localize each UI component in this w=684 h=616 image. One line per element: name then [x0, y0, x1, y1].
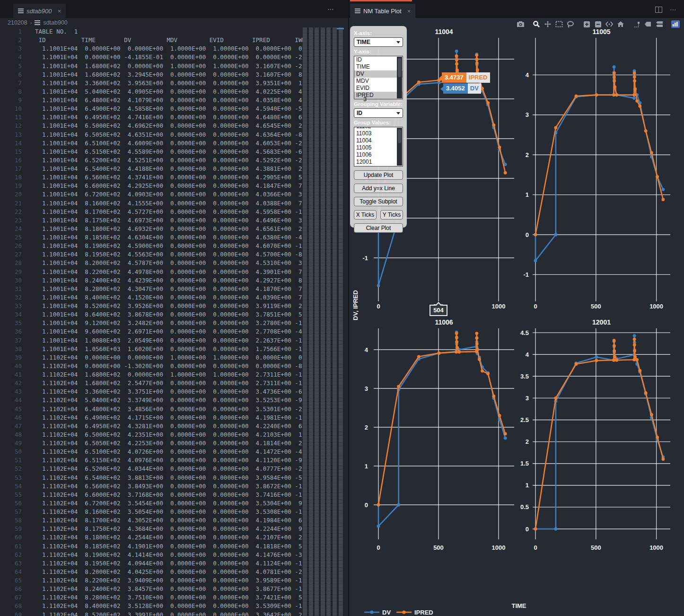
chevron-down-icon: [396, 112, 400, 114]
breadcrumb[interactable]: 210208 › sdtab900: [8, 18, 68, 27]
minimap[interactable]: [303, 27, 344, 616]
svg-text:1000: 1000: [649, 303, 663, 310]
svg-text:0: 0: [534, 544, 537, 551]
tooltip-value: 3.4052: [446, 85, 465, 92]
listbox-scrollbar[interactable]: [397, 57, 402, 98]
editor-actions-more-icon[interactable]: ⋯: [327, 5, 335, 13]
hover-compare-icon[interactable]: [654, 19, 665, 29]
plotly-logo-icon[interactable]: [670, 19, 681, 29]
spikelines-icon[interactable]: [631, 19, 642, 29]
svg-text:500: 500: [433, 544, 444, 551]
svg-text:2.5: 2.5: [520, 416, 529, 423]
svg-text:11004: 11004: [435, 28, 453, 35]
zoom-out-icon[interactable]: [592, 19, 604, 29]
plotly-modebar: [515, 19, 681, 29]
zoom-icon[interactable]: [531, 19, 542, 29]
listbox-scrollbar[interactable]: [397, 128, 402, 166]
y-axis-option-evid[interactable]: EVID: [354, 85, 403, 92]
tooltip-caret-icon: [440, 87, 443, 91]
svg-text:2: 2: [526, 438, 529, 445]
svg-text:4: 4: [526, 71, 529, 79]
svg-text:500: 500: [591, 303, 601, 310]
group-value-11004[interactable]: 11004: [354, 137, 403, 144]
y-ticks-button[interactable]: Y Ticks: [380, 210, 403, 220]
svg-text:3: 3: [365, 385, 368, 392]
autoscale-icon[interactable]: [604, 19, 615, 29]
svg-text:11006: 11006: [435, 318, 453, 326]
group-value-11005[interactable]: 11005: [354, 144, 403, 151]
svg-text:IPRED: IPRED: [414, 609, 433, 616]
scrollbar-thumb[interactable]: [398, 58, 401, 77]
add-yx-line-button[interactable]: Add y=x Line: [354, 184, 403, 193]
table-file-icon: [355, 9, 360, 13]
toggle-subplot-button[interactable]: Toggle Subplot: [354, 197, 403, 206]
editor-actions-more-icon[interactable]: ⋯: [670, 6, 677, 13]
breadcrumb-file[interactable]: sdtab900: [43, 19, 67, 26]
group-value-11102[interactable]: 11102: [354, 127, 403, 130]
lasso-icon[interactable]: [565, 19, 576, 29]
svg-text:0: 0: [534, 303, 537, 310]
group-value-11006[interactable]: 11006: [354, 151, 403, 158]
editor-group-right: NM Table Plot × ⋯ 05001000-1012341100405…: [348, 0, 684, 616]
y-axis-listbox[interactable]: IDTIMEDVMDVEVIDIPRED: [354, 56, 403, 99]
svg-text:-1: -1: [362, 255, 368, 262]
tab-sdtab900[interactable]: sdtab900 ×: [13, 4, 66, 18]
breadcrumb-folder[interactable]: 210208: [8, 19, 27, 26]
tooltip-series: DV: [468, 83, 481, 94]
tooltip-caret-icon: [439, 76, 442, 80]
x-axis-label: X-axis:: [354, 30, 403, 36]
svg-text:2: 2: [526, 151, 529, 158]
scrollbar-thumb[interactable]: [398, 129, 401, 143]
y-axis-option-id[interactable]: ID: [354, 56, 403, 63]
camera-icon[interactable]: [515, 19, 526, 29]
update-plot-button[interactable]: Update Plot: [354, 170, 403, 180]
box-select-icon[interactable]: [553, 19, 565, 29]
zoom-in-icon[interactable]: [581, 19, 592, 29]
x-ticks-button[interactable]: X Ticks: [354, 210, 377, 220]
grouping-select[interactable]: ID: [354, 108, 403, 118]
x-axis-select[interactable]: TIME: [354, 37, 403, 47]
y-axis-option-time[interactable]: TIME: [354, 63, 403, 70]
svg-text:2: 2: [365, 424, 368, 431]
group-values-label: Group Values:: [354, 120, 403, 125]
svg-text:0: 0: [377, 544, 380, 551]
hover-tooltip-dv: 3.4052 DV: [443, 83, 481, 94]
split-editor-icon[interactable]: [655, 7, 662, 13]
group-values-listbox[interactable]: 11102110031100411005110061200112002: [354, 127, 403, 167]
pan-icon[interactable]: [542, 19, 553, 29]
close-tab-icon[interactable]: ×: [407, 8, 411, 15]
y-axis-label: Y-axis:: [354, 49, 403, 54]
svg-text:TIME: TIME: [511, 602, 526, 609]
table-file-icon: [18, 9, 24, 13]
svg-text:DV, IPRED: DV, IPRED: [352, 290, 359, 320]
code-content[interactable]: TABLE NO. 1 ID TIME DV MDV EVID IPRED IW…: [35, 27, 303, 616]
clear-plot-button[interactable]: Clear Plot: [354, 223, 403, 233]
svg-text:3.5: 3.5: [520, 373, 529, 380]
tooltip-series: IPRED: [466, 72, 490, 83]
reset-home-icon[interactable]: [615, 19, 626, 29]
y-axis-option-mdv[interactable]: MDV: [354, 78, 403, 85]
svg-text:4: 4: [526, 351, 529, 358]
group-value-12001[interactable]: 12001: [354, 158, 403, 166]
y-axis-option-dv[interactable]: DV: [354, 70, 403, 78]
y-tick-over-panel: 3: [363, 96, 367, 103]
tab-nm-table-plot[interactable]: NM Table Plot ×: [350, 4, 415, 18]
svg-text:1000: 1000: [649, 544, 663, 551]
svg-text:0: 0: [365, 502, 368, 509]
active-tab-accent: [350, 0, 412, 1]
group-value-12002[interactable]: 12002: [354, 166, 403, 167]
close-tab-icon[interactable]: ×: [58, 8, 61, 15]
svg-text:1: 1: [526, 482, 529, 489]
group-value-11003[interactable]: 11003: [354, 130, 403, 137]
x-axis-hover-label: 504: [430, 305, 447, 316]
line-numbers: 1 2 3 4 5 6 7 8 9 10 11 12 13 14 15 16 1…: [0, 27, 22, 616]
svg-text:500: 500: [591, 544, 601, 551]
tab-bar-left: sdtab900 × ⋯: [0, 0, 348, 18]
y-axis-option-ipred[interactable]: IPRED: [354, 92, 403, 99]
x-axis-selected-value: TIME: [357, 39, 370, 45]
table-file-icon: [35, 20, 40, 25]
svg-text:4.5: 4.5: [520, 329, 529, 336]
hover-closest-icon[interactable]: [642, 19, 654, 29]
svg-text:DV: DV: [382, 609, 391, 616]
tooltip-value: 3.4737: [445, 74, 464, 81]
